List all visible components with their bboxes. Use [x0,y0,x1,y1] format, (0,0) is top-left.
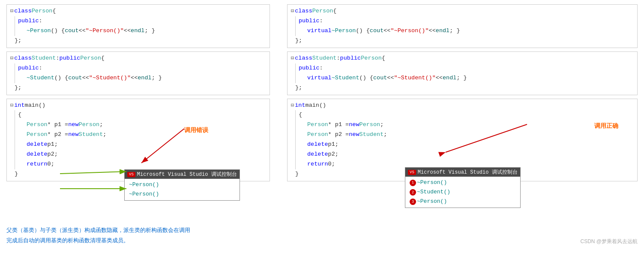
collapse-icon[interactable]: ⊟ [10,54,13,63]
collapse-icon[interactable]: ⊟ [10,7,13,15]
code-line: ⊟ int main() [291,101,634,111]
code-line: Person* p2 = new Student; [291,130,634,140]
code-line: Person* p1 = new Person; [291,120,634,130]
debug-line-1-left: ~Person() [129,180,235,190]
code-line: delete p1; [291,140,634,150]
code-line: }; [10,36,266,46]
code-line: ⊟ int main() [10,101,266,111]
collapse-icon[interactable]: ⊟ [291,101,294,110]
code-line: delete p1; [10,140,266,150]
bottom-text-line1: 父类（基类）与子类（派生类）构成函数隐藏，派生类的析构函数会在调用 [6,225,190,235]
annotation-correct: 调用正确 [594,122,618,130]
code-line: ~Student() { cout << "~Student()" << end… [10,73,266,83]
annotation-error: 调用错误 [184,126,208,134]
collapse-icon[interactable]: ⊟ [291,7,294,15]
debug-icon-left: VS [127,172,135,177]
class-name: Person [32,6,53,16]
code-line: public: [291,16,634,26]
debug-line-3-right: 3 ~Person() [410,197,516,206]
debug-line-1-right: 1 ~Person() [410,178,516,187]
code-line: public: [10,63,266,73]
code-line: public: [291,63,634,73]
left-code-block-student: ⊟ class Student : public Person { public… [6,51,270,95]
left-code-block-main: ⊟ int main() { Person* p1 = new Person; [6,99,270,182]
code-line: }; [291,36,634,46]
code-line: ⊟ class Person { [10,6,266,16]
left-debug-popup: VS Microsoft Visual Studio 调试控制台 ~Person… [124,169,240,201]
keyword-class: class [14,6,32,16]
left-code-block-person: ⊟ class Person { public: ~Person() { cou… [6,4,270,48]
bottom-text-line2: 完成后自动的调用基类的析构函数清理基类成员。 [6,235,190,245]
collapse-icon[interactable]: ⊟ [291,54,294,63]
code-line: Person* p1 = new Person; [10,120,266,130]
right-code-block-person: ⊟ class Person { public: virtual ~Person… [287,4,638,48]
code-line: return 0; [10,160,266,169]
debug-icon-right: VS [408,170,416,175]
debug-line-2-right: 2 ~Student() [410,187,516,197]
collapse-icon[interactable]: ⊟ [10,101,13,110]
code-line: ~Person() { cout << "~Person()" << endl … [10,26,266,36]
debug-title-right: Microsoft Visual Studio 调试控制台 [418,169,518,176]
code-line: virtual ~Person() { cout << "~Person()" … [291,26,634,36]
code-line: }; [10,83,266,93]
code-line: delete p2; [291,150,634,160]
code-line: }; [291,83,634,93]
right-debug-popup: VS Microsoft Visual Studio 调试控制台 1 ~Pers… [405,167,521,208]
code-line: { [291,110,634,120]
code-line: ⊟ class Person { [291,6,634,16]
bottom-text: 父类（基类）与子类（派生类）构成函数隐藏，派生类的析构函数会在调用 完成后自动的… [6,225,190,245]
watermark: CSDN @梦乘着风去远航 [580,238,638,245]
right-panel: ⊟ class Person { public: virtual ~Person… [281,0,644,189]
right-code-block-student: ⊟ class Student : public Person { public… [287,51,638,95]
code-line: delete p2; [10,150,266,160]
code-line: public: [10,16,266,26]
code-line: ⊟ class Student : public Person { [291,54,634,63]
code-line: Person* p2 = new Student; [10,130,266,140]
debug-line-2-left: ~Person() [129,190,235,199]
code-line: virtual ~Student() { cout << "~Student()… [291,73,634,83]
left-panel: ⊟ class Person { public: ~Person() { cou… [0,0,276,189]
debug-title-left: Microsoft Visual Studio 调试控制台 [137,171,237,178]
code-line: ⊟ class Student : public Person { [10,54,266,63]
code-line: { [10,110,266,120]
